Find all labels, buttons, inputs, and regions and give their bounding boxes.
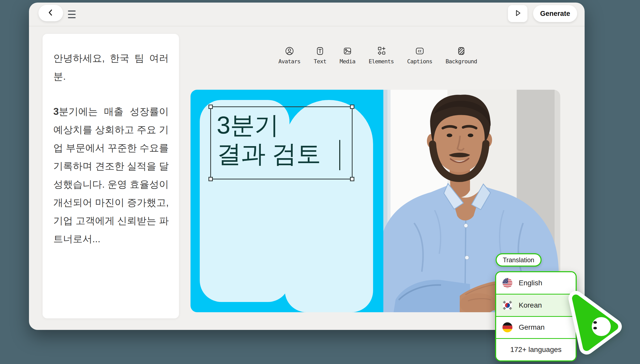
background-icon bbox=[456, 46, 466, 56]
selection-handle-top-right[interactable] bbox=[350, 105, 354, 109]
toolbar-item-text[interactable]: Text bbox=[314, 46, 326, 65]
avatars-icon bbox=[285, 46, 294, 56]
text-caret bbox=[339, 140, 340, 170]
svg-text:CC: CC bbox=[418, 49, 422, 53]
toolbar-label: Avatars bbox=[278, 58, 301, 65]
header-bar: Generate bbox=[29, 3, 585, 26]
more-languages-option[interactable]: 172+ languages bbox=[496, 339, 576, 360]
de-flag-icon bbox=[502, 322, 513, 332]
us-flag-icon bbox=[502, 278, 513, 288]
language-label: 172+ languages bbox=[510, 346, 562, 354]
toolbar-label: Elements bbox=[369, 58, 394, 65]
selection-handle-top-left[interactable] bbox=[208, 105, 213, 109]
editor-window: Generate 안녕하세요, 한국 팀 여러분. 3분기에는 매출 성장률이 … bbox=[29, 3, 585, 330]
language-option-german[interactable]: German bbox=[496, 317, 576, 339]
toolbar-item-media[interactable]: Media bbox=[340, 46, 355, 65]
toolbar-item-background[interactable]: Background bbox=[446, 46, 477, 65]
preview-play-button[interactable] bbox=[508, 5, 527, 22]
back-button[interactable] bbox=[38, 5, 63, 21]
hamburger-menu-button[interactable] bbox=[68, 9, 78, 19]
toolbar-item-avatars[interactable]: Avatars bbox=[278, 46, 301, 65]
text-icon bbox=[315, 46, 325, 56]
toolbar-label: Background bbox=[446, 58, 477, 65]
language-dropdown: English bbox=[495, 271, 577, 361]
script-editor-panel[interactable]: 안녕하세요, 한국 팀 여러분. 3분기에는 매출 성장률이 예상치를 상회하고… bbox=[43, 34, 179, 318]
selection-handle-bottom-right[interactable] bbox=[350, 177, 354, 181]
language-label: English bbox=[519, 279, 542, 287]
toolbar-label: Text bbox=[314, 58, 326, 65]
captions-icon: CC bbox=[415, 46, 425, 56]
selection-handle-bottom-left[interactable] bbox=[208, 177, 213, 181]
script-paragraph: 3분기에는 매출 성장률이 예상치를 상회하고 주요 기업 부문에서 꾸준한 수… bbox=[53, 103, 169, 248]
cursor-mascot-icon bbox=[566, 289, 630, 357]
play-icon bbox=[514, 9, 522, 18]
generate-button[interactable]: Generate bbox=[533, 5, 577, 22]
slide-background[interactable]: 3분기결과 검토 bbox=[191, 90, 383, 312]
toolbar-item-captions[interactable]: CC Captions bbox=[407, 46, 432, 65]
media-icon bbox=[343, 46, 352, 56]
toolbar-label: Captions bbox=[407, 58, 432, 65]
title-textbox[interactable]: 3분기결과 검토 bbox=[210, 106, 353, 179]
desktop-background: Generate 안녕하세요, 한국 팀 여러분. 3분기에는 매출 성장률이 … bbox=[0, 0, 640, 364]
language-label: Korean bbox=[519, 301, 542, 309]
toolbar-label: Media bbox=[340, 58, 355, 65]
canvas-toolbar: Avatars Text bbox=[255, 46, 501, 65]
kr-flag-icon bbox=[502, 300, 513, 310]
hamburger-icon bbox=[68, 11, 76, 12]
language-label: German bbox=[519, 323, 545, 331]
language-option-korean[interactable]: Korean bbox=[496, 295, 576, 317]
slide-title-text: 3분기결과 검토 bbox=[217, 111, 321, 168]
script-paragraph: 안녕하세요, 한국 팀 여러분. bbox=[53, 49, 169, 86]
language-option-english[interactable]: English bbox=[496, 272, 576, 295]
toolbar-item-elements[interactable]: Elements bbox=[369, 46, 394, 65]
translation-badge[interactable]: Translation bbox=[496, 253, 542, 267]
chevron-left-icon bbox=[47, 9, 55, 17]
elements-icon bbox=[376, 46, 386, 56]
